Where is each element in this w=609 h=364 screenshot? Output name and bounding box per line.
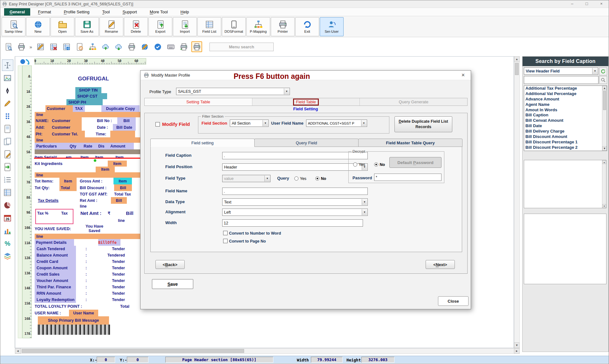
- receipt-row[interactable]: SHOP PH: [35, 99, 152, 105]
- receipt-row[interactable]: line: [35, 217, 152, 224]
- close-icon[interactable]: ×: [594, 0, 609, 8]
- list-scroll-thumb[interactable]: [603, 91, 606, 110]
- dialog-close-icon[interactable]: ×: [459, 72, 468, 79]
- receipt-field[interactable]: You Have Saved: [81, 224, 108, 234]
- percent-tool-button[interactable]: %: [2, 237, 13, 249]
- tab-field-setting[interactable]: Field setting: [150, 139, 255, 147]
- modify-field-checkbox[interactable]: Modify Field: [155, 121, 190, 127]
- receipt-field[interactable]: line: [35, 137, 152, 143]
- query-yes-radio[interactable]: Yes: [294, 175, 306, 181]
- receipt-field[interactable]: Shop Primary Bill Message: [38, 316, 109, 325]
- receipt-row[interactable]: line: [35, 204, 152, 209]
- receipt-field[interactable]: Tax %Tax: [35, 209, 73, 217]
- q-preview-icon[interactable]: [3, 41, 14, 52]
- menu-search-input[interactable]: [209, 43, 274, 51]
- alignment-select[interactable]: Left▼: [222, 209, 368, 216]
- password-input[interactable]: [374, 174, 441, 181]
- receipt-field[interactable]: [35, 217, 73, 224]
- scroll-up-icon[interactable]: ▲: [602, 160, 606, 164]
- open-button[interactable]: Open: [51, 17, 74, 36]
- menu-item-tool[interactable]: Tool: [97, 9, 115, 15]
- receipt-row[interactable]: Item: [35, 167, 152, 172]
- receipt-row[interactable]: ParticularsQtyRateDisAmount: [35, 143, 152, 149]
- receipt-field[interactable]: Payment Details: [35, 239, 74, 246]
- tab-setting-table[interactable]: Setting Table: [145, 98, 252, 106]
- field-caption-item[interactable]: Advance Amount: [524, 97, 602, 102]
- receipt-field[interactable]: Tender: [103, 265, 125, 271]
- vertical-scrollbar[interactable]: ▲ ▼: [514, 56, 520, 348]
- receipt-field[interactable]: Total: [110, 303, 129, 310]
- receipt-field[interactable]: TOTAL LOYALTY POINT :: [35, 303, 92, 310]
- receipt-field[interactable]: Bill: [117, 117, 136, 124]
- export-button[interactable]: Export: [148, 17, 172, 36]
- cursor-tool-button[interactable]: [2, 59, 13, 71]
- exit-button[interactable]: Exit: [295, 17, 319, 36]
- layers-tool-button[interactable]: [2, 250, 13, 262]
- field-caption-item[interactable]: Agent Name: [524, 102, 602, 107]
- receipt-field[interactable]: [38, 325, 110, 335]
- receipt-field[interactable]: :: [86, 290, 89, 297]
- receipt-row[interactable]: Tot Items:ItemGross Amt :Item: [35, 178, 152, 184]
- receipt-field[interactable]: Credit Sales: [35, 271, 76, 278]
- radio-icon[interactable]: [353, 162, 357, 167]
- radio-icon[interactable]: [315, 176, 319, 181]
- chevron-down-icon[interactable]: ▼: [362, 209, 367, 215]
- data-type-select[interactable]: Text▼: [222, 198, 368, 206]
- menu-item-more-tool[interactable]: More Tool: [145, 9, 173, 15]
- q-clock-icon[interactable]: [74, 41, 85, 52]
- scroll-down-icon[interactable]: ▼: [602, 146, 607, 151]
- convert-number-checkbox[interactable]: Convert to Number to Word: [223, 230, 281, 236]
- receipt-field[interactable]: Rate: [84, 143, 98, 149]
- receipt-row[interactable]: Cash Tendered:Tender: [35, 246, 152, 252]
- view-field-select[interactable]: View Header Field▼: [524, 67, 598, 75]
- receipt-field[interactable]: line: [35, 172, 152, 178]
- save-as-button[interactable]: Save As: [75, 17, 99, 36]
- receipt-field[interactable]: line: [80, 204, 99, 209]
- menu-item-general[interactable]: General: [4, 8, 30, 16]
- new-button[interactable]: New: [26, 17, 50, 36]
- receipt-field[interactable]: BillOffe: [98, 239, 120, 246]
- receipt-field[interactable]: Tender: [103, 278, 125, 284]
- receipt-row[interactable]: [35, 149, 152, 154]
- receipt-field[interactable]: :: [86, 297, 89, 303]
- frame-tool-button[interactable]: [2, 72, 13, 84]
- checkbox-icon[interactable]: [155, 122, 160, 127]
- field-list-button[interactable]: Field List: [197, 17, 221, 36]
- receipt-field[interactable]: line: [118, 217, 137, 224]
- receipt-row[interactable]: line: [35, 172, 152, 178]
- field-caption-item[interactable]: Bill Date: [524, 123, 602, 129]
- receipt-row[interactable]: Shop Primary Bill Message: [35, 316, 152, 325]
- receipt-field[interactable]: ₹: [108, 209, 113, 217]
- printer-button[interactable]: Printer: [271, 17, 295, 36]
- receipt-field[interactable]: Tender: [103, 297, 125, 303]
- receipt-field[interactable]: :: [86, 246, 89, 252]
- chevron-down-icon[interactable]: ▼: [592, 68, 598, 74]
- menu-item-help[interactable]: Help: [175, 9, 194, 15]
- chevron-down-icon[interactable]: ▼: [361, 120, 366, 126]
- receipt-field[interactable]: Kit Ingredients: [35, 161, 71, 167]
- receipt-template[interactable]: GOFRUGALSHOP TINSHOP CSTSHOP PHCustomerT…: [35, 75, 152, 335]
- receipt-field[interactable]: :: [86, 284, 89, 290]
- receipt-field[interactable]: Tender: [103, 290, 125, 297]
- receipt-field[interactable]: Gross Amt :: [80, 178, 108, 184]
- receipt-field[interactable]: Tender: [103, 284, 125, 290]
- receipt-field[interactable]: Customer: [52, 124, 82, 131]
- receipt-field[interactable]: Cash Tendered: [35, 246, 76, 252]
- receipt-field[interactable]: Bill Date: [113, 124, 136, 131]
- receipt-field[interactable]: Bill: [121, 209, 138, 217]
- receipt-field[interactable]: [110, 131, 135, 137]
- receipt-field[interactable]: Total Tax: [114, 191, 138, 197]
- receipt-field[interactable]: Add:: [35, 124, 52, 131]
- scroll-right-icon[interactable]: ►: [514, 348, 520, 354]
- field-caption-item[interactable]: Bill Discount Percentage 2: [524, 145, 602, 150]
- tab-field-master-table-query[interactable]: Field Master Table Query: [358, 139, 462, 147]
- receipt-row[interactable]: USER NAME :User Name: [35, 310, 152, 316]
- receipt-field[interactable]: SHOP TIN: [75, 87, 101, 93]
- receipt-field[interactable]: Item: [108, 161, 127, 167]
- note-tool-button[interactable]: [2, 148, 13, 160]
- receipt-row[interactable]: Tax %TaxNet Amt :₹Bill: [35, 209, 152, 217]
- checkbox-icon[interactable]: [223, 231, 228, 235]
- q-cloud-down-icon[interactable]: [113, 41, 124, 52]
- menu-item-profile-setting[interactable]: Profile Setting: [59, 9, 95, 15]
- columns-tool-button[interactable]: [2, 187, 13, 198]
